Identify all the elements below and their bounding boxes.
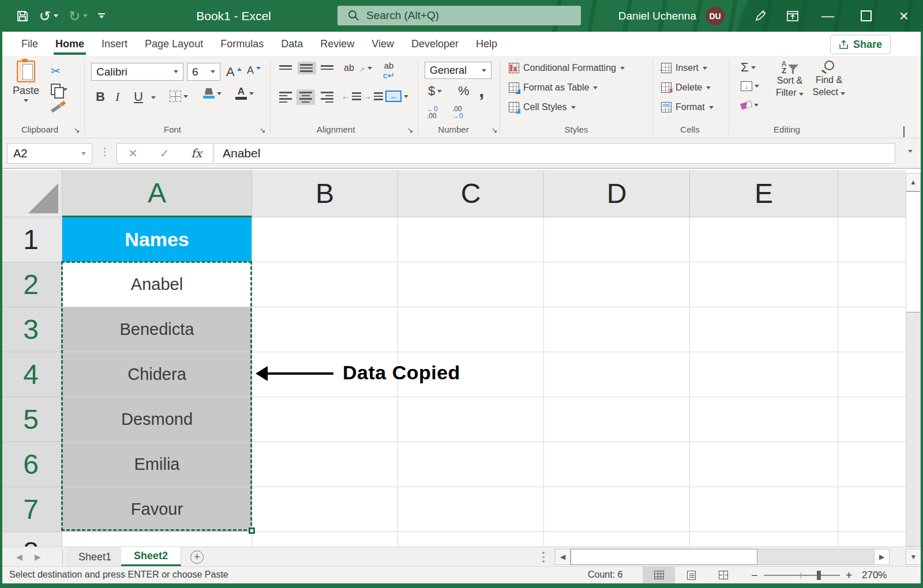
find-select-button[interactable]: Find &Select [811,61,847,98]
sheet-tab-sheet2[interactable]: Sheet2 [121,547,181,567]
underline-dropdown-icon[interactable] [151,96,156,99]
wrap-text-button[interactable]: abc↵ [383,62,395,79]
formula-input[interactable]: Anabel [215,143,895,164]
cell-E8[interactable] [690,532,838,546]
cell-A7[interactable]: Favour [62,487,252,532]
fill-button[interactable]: ↓ [741,81,759,91]
number-format-combo[interactable]: General [425,62,491,79]
shrink-font-button[interactable]: A [247,65,261,77]
fill-color-button[interactable] [203,88,222,99]
cell-D1[interactable] [544,217,690,262]
tab-scrollbar-splitter[interactable] [542,552,545,563]
coming-soon-pen-icon[interactable] [744,0,776,32]
page-layout-view-button[interactable] [675,567,707,583]
insert-cells-button[interactable]: ← Insert [661,63,707,73]
bold-button[interactable]: B [96,89,105,104]
row-header-8[interactable]: 8 [0,532,62,546]
cell-E1[interactable] [690,217,838,262]
cell-D4[interactable] [544,352,690,397]
cell-B8[interactable] [252,532,398,546]
tab-review[interactable]: Review [312,32,363,56]
name-box-resizer[interactable] [104,148,106,156]
tab-page-layout[interactable]: Page Layout [136,32,212,56]
cell-F6[interactable] [838,442,906,487]
search-box[interactable]: Search (Alt+Q) [337,6,581,25]
tab-formulas[interactable]: Formulas [212,32,272,56]
sheet-tab-sheet1[interactable]: Sheet1 [66,547,125,567]
cell-F7[interactable] [838,487,906,532]
cell-styles-button[interactable]: Cell Styles [509,102,576,112]
decrease-decimal-button[interactable]: .00→0 [452,105,463,119]
cell-C3[interactable] [398,307,544,352]
grow-font-button[interactable]: A [226,65,242,80]
number-dialog-launcher[interactable]: ↘ [490,126,498,134]
name-box[interactable]: A2 [7,143,92,164]
row-header-4[interactable]: 4 [0,352,62,397]
clear-button[interactable] [741,102,759,108]
normal-view-button[interactable] [643,567,675,583]
tab-view[interactable]: View [363,32,403,56]
horizontal-scrollbar[interactable]: ◀ ▶ [555,549,890,565]
decrease-indent-button[interactable]: ← [342,92,366,101]
sort-filter-button[interactable]: AZ Sort &Filter [772,61,808,99]
cell-E2[interactable] [690,262,838,307]
paste-button[interactable]: Paste [13,61,39,102]
row-header-3[interactable]: 3 [0,307,62,352]
row-header-7[interactable]: 7 [0,487,62,532]
scroll-right-icon[interactable]: ▶ [874,549,890,565]
cell-B1[interactable] [252,217,398,262]
zoom-percentage[interactable]: 270% [862,570,887,581]
cell-B7[interactable] [252,487,398,532]
cell-A6[interactable]: Emilia [62,442,252,487]
column-header-E[interactable]: E [690,170,838,217]
conditional-formatting-button[interactable]: Conditional Formatting [509,63,625,73]
cell-F3[interactable] [838,307,906,352]
cell-C5[interactable] [398,397,544,442]
cell-D5[interactable] [544,397,690,442]
cancel-button[interactable]: ✕ [128,146,138,160]
accounting-format-button[interactable]: $ [428,84,442,99]
column-header-C[interactable]: C [398,170,544,217]
copy-button[interactable] [51,84,67,95]
cell-B2[interactable] [252,262,398,307]
increase-decimal-button[interactable]: ←0.00 [427,105,438,119]
alignment-dialog-launcher[interactable]: ↘ [406,126,414,134]
orientation-button[interactable]: ab→ [344,63,372,73]
new-sheet-button[interactable]: + [190,551,204,564]
align-top-button[interactable] [279,65,293,70]
sheet-nav-right-icon[interactable]: ▶ [35,547,41,567]
cell-D2[interactable] [544,262,690,307]
cell-F4[interactable] [838,352,906,397]
clipboard-dialog-launcher[interactable]: ↘ [73,126,81,134]
underline-button[interactable]: U [134,89,143,104]
save-icon[interactable] [16,10,29,22]
cell-E7[interactable] [690,487,838,532]
font-size-combo[interactable]: 6 [187,63,220,81]
vertical-scrollbar[interactable]: ▲ [906,173,921,546]
tab-data[interactable]: Data [272,32,312,56]
customize-quick-access-button[interactable] [98,13,105,18]
collapse-ribbon-button[interactable] [903,127,911,132]
cell-A5[interactable]: Desmond [62,397,252,442]
column-header-A[interactable]: A [62,170,252,217]
cell-D3[interactable] [544,307,690,352]
cell-F1[interactable] [838,217,906,262]
format-as-table-button[interactable]: Format as Table [509,82,598,93]
avatar[interactable]: DU [706,6,725,25]
fill-handle[interactable] [249,527,255,534]
cell-D6[interactable] [544,442,690,487]
row-header-1[interactable]: 1 [0,217,62,262]
zoom-slider-track[interactable] [764,575,840,576]
cell-D8[interactable] [544,532,690,546]
font-color-button[interactable]: A [235,87,254,100]
format-cells-button[interactable]: Format [661,102,714,112]
row-header-6[interactable]: 6 [0,442,62,487]
enter-button[interactable]: ✓ [160,146,170,160]
scroll-down-icon[interactable]: ▼ [906,549,921,565]
font-name-combo[interactable]: Calibri [91,63,183,81]
horizontal-scrollbar-thumb[interactable] [571,549,757,565]
cell-A1[interactable]: Names [62,217,252,262]
cell-E3[interactable] [690,307,838,352]
select-all-button[interactable] [0,170,62,217]
ribbon-display-options-icon[interactable] [776,0,809,32]
